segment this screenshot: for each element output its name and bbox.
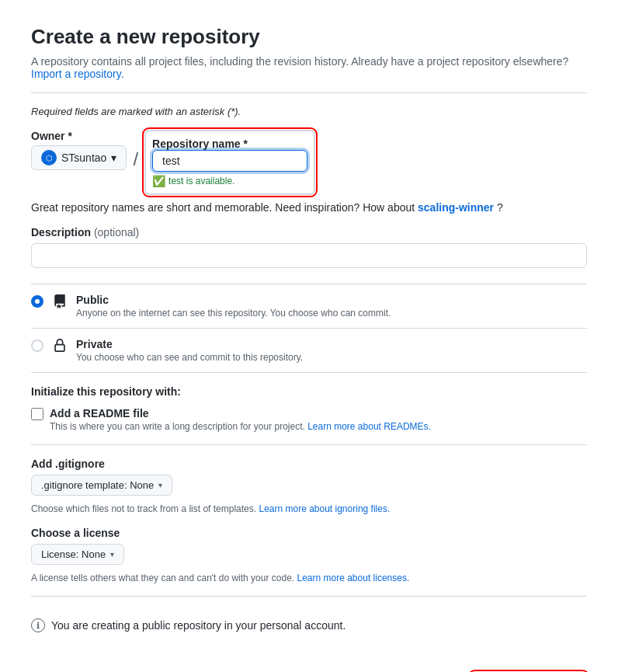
footer-section: Create repository <box>31 660 587 672</box>
private-option[interactable]: Private You choose who can see and commi… <box>31 329 587 373</box>
import-link[interactable]: Import a repository. <box>31 68 124 80</box>
gitignore-dropdown[interactable]: .gitignore template: None ▾ <box>31 475 172 496</box>
divider-top <box>31 92 587 93</box>
readme-learn-more[interactable]: Learn more about READMEs. <box>307 421 431 432</box>
private-radio[interactable] <box>31 339 43 352</box>
license-learn-more[interactable]: Learn more about licenses. <box>297 573 410 583</box>
license-title: Choose a license <box>31 527 587 539</box>
owner-avatar: ⬡ <box>41 150 57 165</box>
license-dropdown-arrow: ▾ <box>110 550 114 559</box>
public-option[interactable]: Public Anyone on the internet can see th… <box>31 284 587 329</box>
license-dropdown-label: License: None <box>41 548 106 560</box>
description-section: Description (optional) <box>31 226 587 268</box>
gitignore-note: Choose which files not to track from a l… <box>31 503 587 514</box>
public-radio[interactable] <box>31 295 43 308</box>
suggestion-text: Great repository names are short and mem… <box>31 201 587 214</box>
gitignore-dropdown-label: .gitignore template: None <box>41 479 154 491</box>
readme-text-group: Add a README file This is where you can … <box>50 407 431 432</box>
private-text: Private You choose who can see and commi… <box>76 338 303 363</box>
suggestion-link[interactable]: scaling-winner <box>418 201 494 214</box>
license-section: Choose a license License: None ▾ A licen… <box>31 527 587 583</box>
readme-checkbox[interactable] <box>31 408 43 420</box>
owner-repo-row: Owner * ⬡ STsuntao ▾ / Repository name *… <box>31 130 587 195</box>
description-input[interactable] <box>31 243 587 268</box>
owner-value: STsuntao <box>61 151 106 164</box>
readme-desc: This is where you can write a long descr… <box>50 421 431 432</box>
repo-name-input[interactable] <box>152 150 307 172</box>
availability-message: ✅ test is available. <box>152 175 307 187</box>
visibility-section: Public Anyone on the internet can see th… <box>31 284 587 373</box>
slash-divider: / <box>133 130 138 172</box>
page-subtitle: A repository contains all project files,… <box>31 55 587 80</box>
info-banner: ℹ You are creating a public repository i… <box>31 609 587 642</box>
gitignore-title: Add .gitignore <box>31 458 587 470</box>
description-label: Description (optional) <box>31 226 139 239</box>
divider-mid <box>31 444 587 445</box>
repo-name-group: Repository name * ✅ test is available. <box>144 130 315 195</box>
gitignore-dropdown-arrow: ▾ <box>158 481 162 489</box>
divider-bottom <box>31 596 587 597</box>
license-dropdown[interactable]: License: None ▾ <box>31 544 124 565</box>
gitignore-learn-more[interactable]: Learn more about ignoring files. <box>259 503 390 514</box>
page-title: Create a new repository <box>31 25 587 49</box>
license-note: A license tells others what they can and… <box>31 573 587 583</box>
owner-dropdown-arrow: ▾ <box>111 151 116 164</box>
initialize-section: Initialize this repository with: Add a R… <box>31 385 587 432</box>
gitignore-section: Add .gitignore .gitignore template: None… <box>31 458 587 514</box>
owner-avatar-icon: ⬡ <box>46 154 53 162</box>
info-icon: ℹ <box>31 618 45 632</box>
initialize-title: Initialize this repository with: <box>31 385 587 398</box>
private-icon <box>53 339 67 357</box>
available-text: test is available. <box>168 176 234 186</box>
owner-label: Owner * <box>31 130 127 142</box>
required-note: Required fields are marked with an aster… <box>31 106 587 117</box>
public-icon <box>53 294 67 312</box>
readme-row: Add a README file This is where you can … <box>31 407 587 432</box>
readme-label: Add a README file <box>50 407 431 420</box>
repo-name-label: Repository name * <box>152 138 248 150</box>
owner-field-group: Owner * ⬡ STsuntao ▾ <box>31 130 127 170</box>
owner-select-button[interactable]: ⬡ STsuntao ▾ <box>31 145 127 170</box>
public-text: Public Anyone on the internet can see th… <box>76 294 391 319</box>
info-text: You are creating a public repository in … <box>51 619 345 632</box>
check-icon: ✅ <box>152 175 165 187</box>
